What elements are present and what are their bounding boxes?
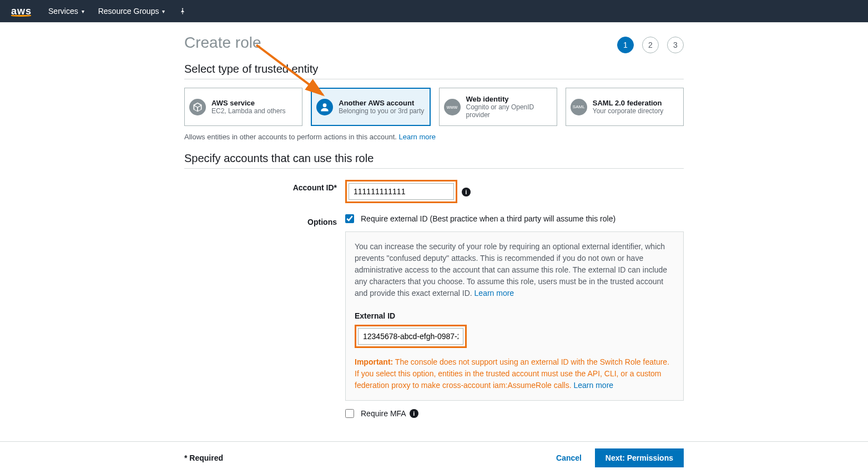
section-trusted-entity-title: Select type of trusted entity bbox=[184, 63, 684, 79]
entity-description: Allows entities in other accounts to per… bbox=[184, 133, 684, 141]
next-permissions-button[interactable]: Next: Permissions bbox=[595, 448, 684, 460]
external-id-label: External ID bbox=[355, 310, 674, 322]
entity-sub: EC2, Lambda and others bbox=[211, 107, 285, 115]
learn-more-link[interactable]: Learn more bbox=[475, 289, 514, 297]
required-note: * Required bbox=[184, 453, 223, 460]
external-id-highlight bbox=[355, 325, 467, 348]
nav-resource-groups[interactable]: Resource Groups ▾ bbox=[98, 7, 165, 16]
require-mfa-label: Require MFA bbox=[361, 409, 406, 418]
learn-more-link[interactable]: Learn more bbox=[399, 133, 436, 141]
external-id-input[interactable] bbox=[358, 328, 463, 345]
entity-card-row: AWS service EC2, Lambda and others Anoth… bbox=[184, 88, 684, 126]
entity-title: Another AWS account bbox=[339, 99, 424, 107]
step-1[interactable]: 1 bbox=[617, 37, 634, 53]
aws-logo[interactable]: aws bbox=[11, 6, 32, 17]
top-navbar: aws Services ▾ Resource Groups ▾ bbox=[0, 0, 868, 22]
entity-sub: Your corporate directory bbox=[593, 107, 664, 115]
learn-more-link[interactable]: Learn more bbox=[574, 381, 614, 390]
caret-down-icon: ▾ bbox=[162, 8, 165, 14]
entity-card-saml[interactable]: SAML SAML 2.0 federation Your corporate … bbox=[566, 88, 684, 126]
require-external-id-label: Require external ID (Best practice when … bbox=[361, 214, 615, 223]
wizard-steps: 1 2 3 bbox=[617, 37, 684, 53]
person-icon bbox=[316, 99, 333, 115]
entity-sub: Cognito or any OpenID provider bbox=[466, 103, 552, 119]
cube-icon bbox=[189, 99, 206, 115]
cancel-button[interactable]: Cancel bbox=[556, 453, 582, 460]
entity-card-aws-service[interactable]: AWS service EC2, Lambda and others bbox=[184, 88, 302, 126]
important-note: Important: The console does not support … bbox=[355, 356, 674, 391]
entity-card-web-identity[interactable]: www Web identity Cognito or any OpenID p… bbox=[439, 88, 557, 126]
saml-icon: SAML bbox=[571, 99, 587, 115]
info-icon[interactable]: i bbox=[462, 188, 471, 196]
entity-title: SAML 2.0 federation bbox=[593, 99, 664, 107]
page-title: Create role bbox=[184, 34, 684, 52]
account-id-input[interactable] bbox=[349, 183, 454, 200]
require-external-id-checkbox[interactable] bbox=[345, 214, 354, 223]
entity-title: AWS service bbox=[211, 99, 285, 107]
wizard-footer: * Required Cancel Next: Permissions bbox=[0, 441, 868, 460]
globe-icon: www bbox=[444, 99, 461, 115]
info-icon[interactable]: i bbox=[410, 409, 418, 418]
options-label: Options bbox=[184, 214, 345, 226]
nav-resource-groups-label: Resource Groups bbox=[98, 7, 159, 16]
step-3[interactable]: 3 bbox=[667, 37, 684, 53]
step-2[interactable]: 2 bbox=[642, 37, 659, 53]
account-id-label: Account ID* bbox=[184, 180, 345, 192]
nav-services[interactable]: Services ▾ bbox=[48, 7, 84, 16]
external-id-panel: You can increase the security of your ro… bbox=[345, 231, 684, 401]
svg-point-1 bbox=[323, 103, 327, 107]
row-options: Options Require external ID (Best practi… bbox=[184, 214, 684, 426]
entity-sub: Belonging to you or 3rd party bbox=[339, 107, 424, 115]
row-account-id: Account ID* i bbox=[184, 180, 684, 203]
entity-title: Web identity bbox=[466, 95, 552, 103]
caret-down-icon: ▾ bbox=[82, 8, 84, 14]
require-mfa-checkbox[interactable] bbox=[345, 409, 354, 418]
account-id-highlight bbox=[345, 180, 457, 203]
pin-icon[interactable] bbox=[179, 7, 186, 15]
section-accounts-title: Specify accounts that can use this role bbox=[184, 152, 684, 169]
nav-services-label: Services bbox=[48, 7, 78, 16]
entity-card-another-account[interactable]: Another AWS account Belonging to you or … bbox=[311, 88, 430, 126]
main-content: Create role 1 2 3 Select type of trusted… bbox=[184, 34, 684, 426]
